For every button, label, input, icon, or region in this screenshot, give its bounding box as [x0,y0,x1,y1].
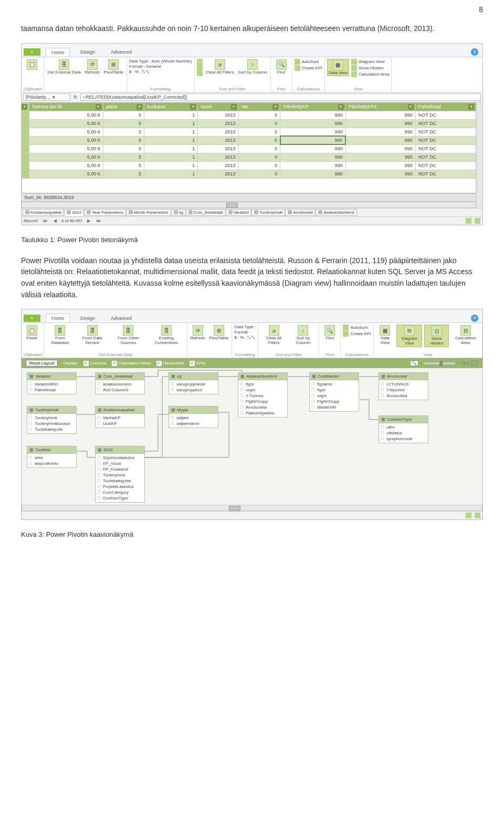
sheet-tab[interactable]: Tuoteryhmät [251,209,286,216]
entity-header[interactable]: vg [169,373,218,380]
refresh-button[interactable]: ⟳Refresh [190,325,206,341]
grid-cell[interactable]: NOT DC [415,153,476,161]
row-selector[interactable] [22,136,29,144]
grid-cell[interactable]: 2013 [198,161,238,170]
column-header[interactable]: kuukausi [144,102,198,111]
entity-header[interactable]: Varastot [27,373,76,380]
help-icon[interactable]: ? [471,315,478,322]
view-toggle-1-icon[interactable] [466,218,471,224]
grid-cell[interactable]: 0 [238,128,280,136]
diagram-view-button[interactable]: ⧉Diagram View [396,325,422,347]
grid-cell[interactable]: 5,00 € [29,111,103,119]
grid-cell[interactable]: 990 [280,128,346,136]
grid-cell[interactable]: 990 [280,119,346,128]
display-checkbox[interactable]: Columns [83,361,107,366]
sheet-tab[interactable]: Arvoluokat [285,209,316,216]
reset-layout-button[interactable]: Reset Layout [26,360,58,367]
display-checkbox[interactable]: Calculated Fields [112,361,151,366]
sheet-tab[interactable]: 2012 [64,209,84,216]
grid-cell[interactable]: 990 [280,144,346,153]
autosum-button[interactable]: AutoSum [343,325,371,330]
entity-field[interactable]: saljare [169,415,218,421]
entity-header[interactable]: Arvoluokat [379,373,428,380]
grid-cell[interactable]: 0 [238,119,280,128]
grid-cell[interactable]: 1 [144,111,198,119]
external-data-source-button[interactable]: 🗄From Data Service [76,325,108,346]
name-box[interactable]: [Päivitetty… ▾ [23,93,70,101]
entity-field[interactable]: symptomcode [379,436,428,442]
grid-cell[interactable]: 1 [144,153,198,161]
sheet-tab[interactable]: Year Parameters [84,209,126,216]
clear-sort-icon[interactable] [197,70,203,76]
clear-filters-button[interactable]: ⌀Clear All Filters [260,325,287,346]
entity-field[interactable]: Palvelinsali [27,387,76,393]
external-data-source-button[interactable]: 🗄Existing Connections [148,325,184,346]
entity-header[interactable]: Colo_Asiakkaat [96,373,144,380]
grid-cell[interactable]: 1 [144,144,198,153]
grid-cell[interactable]: 5,00 € [29,128,103,136]
data-grid[interactable]: Summa per kkpaivakuukausivuosiVar…Päivit… [22,102,476,193]
entity-field[interactable]: UusiKP [96,421,144,426]
file-menu-button[interactable] [24,315,40,322]
display-checkbox[interactable]: KPIs [190,361,205,366]
view-toggle-2-icon[interactable] [475,218,480,224]
entity-field[interactable]: orgnr [310,393,359,399]
entity-field[interactable]: Tuoteryhmäkuvaus [27,421,76,426]
entity-field[interactable]: saljarenamn [169,421,218,426]
column-header[interactable]: vuosi [198,102,238,111]
entity-field[interactable]: Tuoteryhma [96,472,144,478]
pivottable-button[interactable]: ⊞PivotTable [103,59,124,76]
create-kpi-button[interactable]: Create KPI [343,331,371,337]
data-view-button[interactable]: ▦Data View [327,59,349,77]
nav-last-button[interactable]: ⏭ [95,218,102,223]
entity-field[interactable]: offnr [379,424,428,430]
format-symbols[interactable]: $ · % ‚ ⁰₀ ⁰₀ [129,69,192,74]
grid-cell[interactable]: 990 [345,128,415,136]
entity-table[interactable]: Myyjasaljaresaljarenamn [169,406,218,428]
entity-field[interactable]: KP_Kuukausi [96,466,144,472]
entity-field[interactable]: ftgnr [238,381,287,387]
sheet-tab[interactable]: AsiakasNumerot [316,209,357,216]
grid-cell[interactable]: 990 [345,161,415,170]
entity-table[interactable]: 2012SopimuslaskutusKP_VuosiKP_KuukausiTu… [95,446,145,503]
calculation-area-button[interactable]: Calculation Area [351,71,389,77]
sort-desc-icon[interactable] [197,65,203,70]
entity-field[interactable]: ftgnamn [310,381,359,387]
grid-cell[interactable]: 990 [280,136,346,144]
entity-header[interactable]: 2012 [96,446,144,454]
grid-cell[interactable]: 5,00 € [29,136,103,144]
sheet-tab[interactable]: Varastot [226,209,251,216]
nav-next-button[interactable]: ▶ [86,218,92,223]
column-header[interactable]: PäivitettyKP2 [345,102,415,111]
grid-cell[interactable]: 5 [103,170,144,178]
entity-field[interactable]: ftgnr [310,387,359,393]
tab-home[interactable]: Home [46,314,70,322]
grid-cell[interactable]: 990 [345,170,415,178]
file-menu-button[interactable] [24,48,40,56]
sheet-tab[interactable]: vg [171,209,186,216]
sheet-tab[interactable]: Colo_Asiakkaat [186,209,226,216]
get-external-data-button[interactable]: 🗄Get External Data [46,59,82,76]
view-toggle-1-icon[interactable] [466,513,471,518]
grid-cell[interactable]: 2013 [198,111,238,119]
column-header[interactable]: paiva [103,102,144,111]
grid-cell[interactable]: NOT DC [415,136,476,144]
find-button[interactable]: 🔍Find [321,325,338,341]
grid-cell[interactable]: 990 [345,144,415,153]
nav-prev-button[interactable]: ◀ [52,218,58,223]
entity-header[interactable]: AsiakasNumerot [238,373,287,380]
sort-by-column-button[interactable]: ↕Sort by Column [289,325,317,346]
tab-advanced[interactable]: Advanced [106,314,137,322]
fx-icon[interactable]: fx [72,95,79,100]
grid-cell[interactable]: 1 [144,170,198,178]
tab-design[interactable]: Design [75,48,100,56]
grid-cell[interactable]: 2013 [198,170,238,178]
grid-cell[interactable]: NOT DC [415,111,476,119]
grid-cell[interactable]: NOT DC [415,161,476,170]
grid-cell[interactable]: 5 [103,128,144,136]
entity-field[interactable]: LYTUNNUS [379,381,428,387]
entity-header[interactable]: Tuoteryhmät [27,406,76,414]
nav-first-button[interactable]: ⏮ [41,218,49,223]
grid-cell[interactable]: 1 [144,161,198,170]
sort-by-column-button[interactable]: ↕Sort by Column [237,59,268,76]
